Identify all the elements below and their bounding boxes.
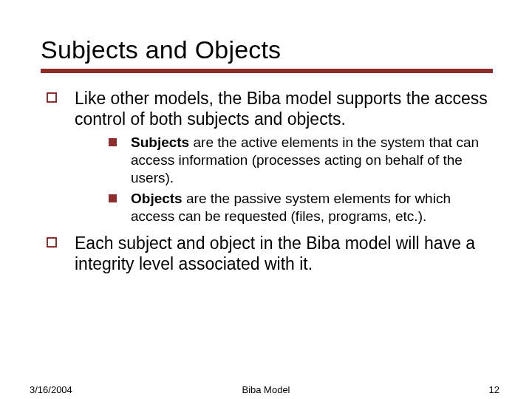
slide: Subjects and Objects Like other models, … (0, 0, 532, 399)
title-underline (41, 69, 493, 73)
list-item: Each subject and object in the Biba mode… (42, 233, 492, 274)
footer-page-number: 12 (489, 384, 499, 395)
list-item: Subjects are the active elements in the … (106, 134, 492, 187)
list-item: Objects are the passive system elements … (106, 190, 492, 225)
bullet-text: Each subject and object in the Biba mode… (75, 233, 475, 273)
term-subjects: Subjects (131, 134, 189, 150)
bullet-list: Like other models, the Biba model suppor… (41, 88, 495, 274)
footer-title: Biba Model (0, 384, 532, 395)
sub-bullet-list: Subjects are the active elements in the … (75, 134, 492, 225)
slide-title: Subjects and Objects (41, 35, 495, 64)
bullet-text: Like other models, the Biba model suppor… (75, 89, 488, 129)
list-item: Like other models, the Biba model suppor… (42, 88, 492, 225)
term-objects: Objects (131, 191, 183, 206)
